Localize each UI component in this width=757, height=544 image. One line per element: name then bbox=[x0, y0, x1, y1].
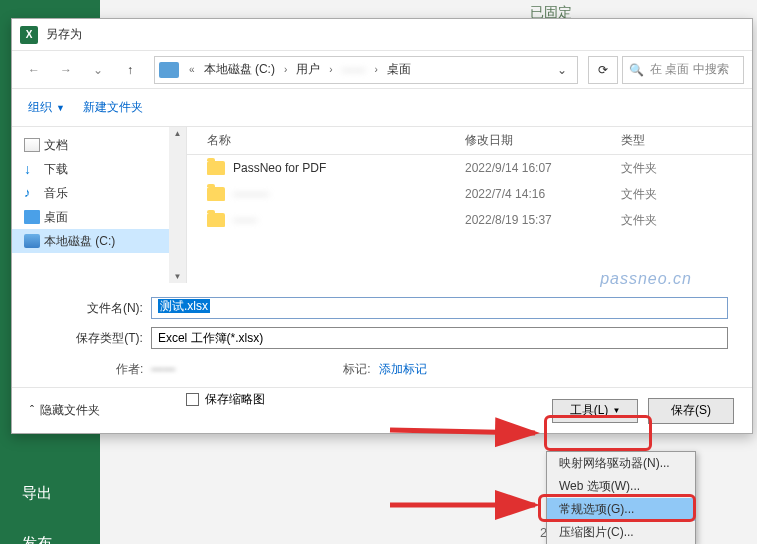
desktop-icon bbox=[24, 210, 40, 224]
filename-label: 文件名(N): bbox=[36, 300, 143, 317]
folder-icon bbox=[207, 161, 225, 175]
folder-icon bbox=[207, 213, 225, 227]
back-button[interactable]: ← bbox=[20, 56, 48, 84]
col-date[interactable]: 修改日期 bbox=[465, 132, 621, 149]
filetype-label: 保存类型(T): bbox=[36, 330, 143, 347]
tag-label: 标记: bbox=[343, 361, 370, 378]
drive-icon bbox=[24, 234, 40, 248]
excel-icon: X bbox=[20, 26, 38, 44]
col-type[interactable]: 类型 bbox=[621, 132, 752, 149]
document-icon bbox=[24, 138, 40, 152]
file-list-header: 名称 修改日期 类型 bbox=[187, 127, 752, 155]
toolbar: 组织 ▼ 新建文件夹 bbox=[12, 89, 752, 127]
breadcrumb-dropdown[interactable]: ⌄ bbox=[551, 63, 573, 77]
organize-button[interactable]: 组织 ▼ bbox=[28, 99, 65, 116]
author-label: 作者: bbox=[116, 361, 143, 378]
titlebar: X 另存为 bbox=[12, 19, 752, 51]
save-as-dialog: X 另存为 ← → ⌄ ↑ « 本地磁盘 (C:) › 用户 › —— › 桌面… bbox=[11, 18, 753, 434]
file-row[interactable]: —— 2022/8/19 15:37 文件夹 bbox=[187, 207, 752, 233]
dialog-title: 另存为 bbox=[46, 26, 82, 43]
bc-users[interactable]: 用户 bbox=[293, 61, 323, 78]
dialog-footer: ˆ隐藏文件夹 工具(L) ▼ 保存(S) bbox=[12, 387, 752, 433]
search-icon: 🔍 bbox=[629, 63, 644, 77]
up-button[interactable]: ↑ bbox=[116, 56, 144, 84]
search-input[interactable]: 🔍 在 桌面 中搜索 bbox=[622, 56, 744, 84]
nav-send[interactable]: 发布 bbox=[0, 520, 100, 544]
folder-tree: 文档 ↓下载 ♪音乐 桌面 本地磁盘 (C:) ▲▼ bbox=[12, 127, 187, 283]
chevron-down-icon: ▼ bbox=[56, 103, 65, 113]
file-row[interactable]: ——— 2022/7/4 14:16 文件夹 bbox=[187, 181, 752, 207]
forward-button: → bbox=[52, 56, 80, 84]
author-value[interactable]: —— bbox=[151, 362, 175, 376]
tools-dropdown: 映射网络驱动器(N)... Web 选项(W)... 常规选项(G)... 压缩… bbox=[546, 451, 696, 544]
menu-compress-pictures[interactable]: 压缩图片(C)... bbox=[547, 521, 695, 544]
hide-folders-toggle[interactable]: ˆ隐藏文件夹 bbox=[30, 402, 100, 419]
chevron-icon[interactable]: › bbox=[371, 64, 382, 75]
save-button[interactable]: 保存(S) bbox=[648, 398, 734, 424]
menu-general-options[interactable]: 常规选项(G)... bbox=[547, 498, 695, 521]
bc-drive[interactable]: 本地磁盘 (C:) bbox=[201, 61, 278, 78]
new-folder-button[interactable]: 新建文件夹 bbox=[83, 99, 143, 116]
folder-icon bbox=[207, 187, 225, 201]
scroll-up-icon[interactable]: ▲ bbox=[174, 129, 182, 138]
download-icon: ↓ bbox=[24, 162, 40, 176]
music-icon: ♪ bbox=[24, 186, 40, 200]
drive-icon bbox=[159, 62, 179, 78]
menu-web-options[interactable]: Web 选项(W)... bbox=[547, 475, 695, 498]
refresh-button[interactable]: ⟳ bbox=[588, 56, 618, 84]
collapse-icon: ˆ bbox=[30, 404, 34, 418]
chevron-down-icon: ▼ bbox=[612, 406, 620, 415]
filename-input[interactable]: 测试.xlsx bbox=[151, 297, 728, 319]
bc-user-blur[interactable]: —— bbox=[339, 63, 369, 77]
add-tag-link[interactable]: 添加标记 bbox=[379, 361, 427, 378]
sidebar-item-downloads[interactable]: ↓下载 bbox=[12, 157, 186, 181]
tools-button[interactable]: 工具(L) ▼ bbox=[552, 399, 638, 423]
sidebar-item-music[interactable]: ♪音乐 bbox=[12, 181, 186, 205]
chevron-icon[interactable]: › bbox=[280, 64, 291, 75]
nav-export[interactable]: 导出 bbox=[0, 470, 100, 517]
sidebar-item-drive-c[interactable]: 本地磁盘 (C:) bbox=[12, 229, 186, 253]
navbar: ← → ⌄ ↑ « 本地磁盘 (C:) › 用户 › —— › 桌面 ⌄ ⟳ 🔍… bbox=[12, 51, 752, 89]
col-name[interactable]: 名称 bbox=[187, 132, 465, 149]
sidebar-item-documents[interactable]: 文档 bbox=[12, 133, 186, 157]
sidebar-scrollbar[interactable]: ▲▼ bbox=[169, 127, 186, 283]
sidebar-item-desktop[interactable]: 桌面 bbox=[12, 205, 186, 229]
chevron-icon[interactable]: « bbox=[185, 64, 199, 75]
bc-desktop[interactable]: 桌面 bbox=[384, 61, 414, 78]
recent-dropdown[interactable]: ⌄ bbox=[84, 56, 112, 84]
file-row[interactable]: PassNeo for PDF 2022/9/14 16:07 文件夹 bbox=[187, 155, 752, 181]
scroll-down-icon[interactable]: ▼ bbox=[174, 272, 182, 281]
breadcrumb[interactable]: « 本地磁盘 (C:) › 用户 › —— › 桌面 ⌄ bbox=[154, 56, 578, 84]
menu-map-drive[interactable]: 映射网络驱动器(N)... bbox=[547, 452, 695, 475]
filetype-select[interactable]: Excel 工作簿(*.xlsx) bbox=[151, 327, 728, 349]
chevron-icon[interactable]: › bbox=[325, 64, 336, 75]
file-list: 名称 修改日期 类型 PassNeo for PDF 2022/9/14 16:… bbox=[187, 127, 752, 283]
search-placeholder: 在 桌面 中搜索 bbox=[650, 61, 729, 78]
